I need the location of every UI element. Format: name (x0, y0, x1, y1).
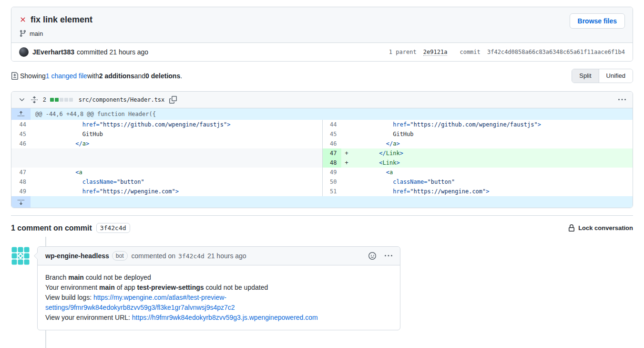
comment-text: Branch (45, 274, 68, 281)
file-changes-count: 2 (43, 96, 46, 103)
code-line-right: <a (341, 168, 633, 177)
comment-bubble: wp-engine-headless bot commented on 3f42… (37, 246, 400, 330)
git-branch-icon (19, 30, 27, 37)
file-diff-icon (11, 72, 19, 80)
commit-meta-row: JEverhart383 committed 21 hours ago 1 pa… (11, 43, 633, 61)
parent-label: 1 parent (389, 49, 420, 55)
code-line-right: </a> (341, 139, 633, 148)
commit-group: commit 3f42c4d0858a66c83a6348c65a61f11aa… (460, 49, 625, 55)
with-text: with (87, 72, 99, 80)
author-avatar[interactable] (19, 47, 29, 57)
lock-icon (568, 224, 575, 232)
diff-code-row: 45 GitHub45 GitHub (11, 129, 633, 139)
comment-item: wp-engine-headless bot commented on 3f42… (11, 246, 633, 330)
comment-bold-text: main (99, 284, 115, 291)
code-line-left (31, 148, 322, 158)
expand-down-row (11, 196, 633, 208)
browse-files-button[interactable]: Browse files (570, 13, 625, 29)
comments-section: 1 comment on commit 3f42c4d Lock convers… (11, 215, 633, 330)
diff-toolbar: Showing 1 changed file with 2 additions … (11, 69, 633, 83)
bot-avatar[interactable] (11, 246, 30, 265)
comment-author[interactable]: wp-engine-headless (45, 252, 109, 260)
code-line-left: className="button" (31, 177, 322, 187)
code-line-left: href="https://wpengine.com"> (31, 187, 322, 196)
line-number-right[interactable]: 50 (322, 177, 341, 187)
author-name[interactable]: JEverhart383 (32, 48, 74, 56)
diff-view-toggle: Split Unified (572, 69, 633, 83)
status-failed-x-icon[interactable] (19, 16, 27, 23)
line-number-left[interactable]: 47 (11, 168, 31, 177)
emoji-reaction-icon[interactable] (368, 252, 376, 260)
diffstat-neutral-square (60, 98, 63, 102)
branch-name[interactable]: main (30, 30, 43, 37)
comment-text: View build logs: (45, 294, 93, 301)
collapse-file-chevron-icon[interactable] (17, 95, 27, 105)
file-header: 2 src/components/Header.tsx (11, 92, 633, 108)
comment-bold-text: main (68, 274, 84, 281)
commit-title-row: fix link element (19, 14, 625, 25)
file-options-kebab-icon[interactable] (617, 95, 627, 105)
comment-header: wp-engine-headless bot commented on 3f42… (38, 247, 400, 265)
line-number-left[interactable]: 46 (11, 139, 31, 148)
comment-actions (368, 252, 392, 260)
changed-file-link[interactable]: 1 changed file (46, 72, 87, 80)
line-number-right[interactable]: 49 (322, 168, 341, 177)
comment-sha[interactable]: 3f42c4d (178, 253, 204, 260)
comment-link[interactable]: https://h9fmr9wk84edokyrb8zvv59g3.js.wpe… (132, 314, 318, 321)
period-text: . (180, 72, 182, 80)
line-number-left[interactable]: 45 (11, 129, 31, 139)
lock-conversation-button[interactable]: Lock conversation (568, 224, 633, 232)
diff-code-row: 49 href="https://wpengine.com">51 href="… (11, 187, 633, 196)
diffstat-added-square (50, 98, 54, 102)
line-number-right[interactable]: 44 (322, 120, 341, 129)
showing-text: Showing (20, 72, 46, 80)
deletions-count: 0 deletions (145, 72, 180, 80)
commit-label: commit (460, 49, 484, 55)
parent-sha-link[interactable]: 2e9121a (423, 49, 448, 56)
diffstat-squares (50, 98, 73, 102)
code-line-left: </a> (31, 139, 322, 148)
committed-time-text: committed 21 hours ago (77, 48, 148, 56)
copy-path-icon[interactable] (168, 95, 178, 105)
split-view-button[interactable]: Split (572, 69, 598, 83)
hunk-header-row: @@ -44,6 +44,8 @@ function Header({ (11, 108, 633, 120)
code-line-right: className="button" (341, 177, 633, 187)
comment-body-text: Branch main could not be deployedYour en… (38, 265, 400, 330)
unfold-all-icon[interactable] (31, 96, 38, 104)
line-number-right[interactable]: 45 (322, 129, 341, 139)
comment-text: could not be updated (204, 284, 268, 291)
comment-text: View your environment URL: (45, 314, 132, 321)
commit-sha-chip[interactable]: 3f42c4d (96, 223, 130, 233)
comments-header: 1 comment on commit 3f42c4d Lock convers… (11, 223, 633, 233)
comments-heading-text: 1 comment on commit (11, 224, 92, 232)
line-number-left[interactable]: 44 (11, 120, 31, 129)
hunk-header-text (31, 196, 35, 208)
code-line-right: href="https://github.com/wpengine/faustj… (341, 120, 633, 129)
code-line-right: + </Link> (341, 148, 633, 158)
line-number-right[interactable]: 47 (322, 148, 341, 158)
comment-text: Your environment (45, 284, 99, 291)
comment-timestamp[interactable]: 21 hours ago (207, 252, 246, 260)
line-number-right[interactable]: 48 (322, 158, 341, 168)
code-line-right: href="https://wpengine.com"> (341, 187, 633, 196)
commit-title: fix link element (31, 14, 92, 25)
branch-row: main (19, 30, 625, 37)
line-number-left[interactable]: 49 (11, 187, 31, 196)
line-number-left[interactable]: 48 (11, 177, 31, 187)
line-number-right[interactable]: 51 (322, 187, 341, 196)
diffstat-added-square (55, 98, 59, 102)
code-line-left: href="https://github.com/wpengine/faustj… (31, 120, 322, 129)
file-path[interactable]: src/components/Header.tsx (79, 96, 165, 103)
diff-code-row: 46 </a>46 </a> (11, 139, 633, 148)
comment-options-kebab-icon[interactable] (385, 252, 392, 260)
expand-up-icon[interactable] (11, 108, 31, 120)
expand-down-icon[interactable] (11, 196, 31, 208)
code-line-left (31, 158, 322, 168)
line-number-left (11, 148, 31, 158)
line-number-left (11, 158, 31, 168)
unified-view-button[interactable]: Unified (599, 69, 633, 83)
parent-group: 1 parent 2e9121a (389, 49, 448, 55)
comment-text: could not be deployed (84, 274, 151, 281)
line-number-right[interactable]: 46 (322, 139, 341, 148)
commit-header-top: fix link element main Browse files (11, 7, 633, 43)
